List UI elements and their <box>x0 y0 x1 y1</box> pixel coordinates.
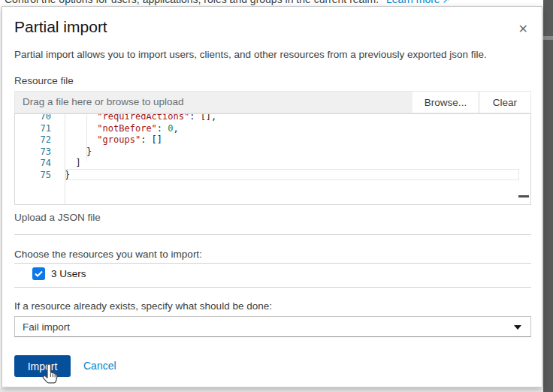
file-drop-input[interactable]: Drag a file here or browse to upload <box>15 92 412 113</box>
mouse-cursor-pointer <box>41 363 59 384</box>
code-line: 74 ] <box>15 158 530 170</box>
editor-cursor-marker <box>518 195 529 198</box>
gutter-border <box>65 114 65 204</box>
browse-button[interactable]: Browse... <box>412 92 479 113</box>
current-line-highlight <box>65 169 519 180</box>
modal-description: Partial import allows you to import user… <box>14 49 487 60</box>
resources-label: Choose the resources you want to import: <box>14 249 202 260</box>
clear-button[interactable]: Clear <box>479 92 530 113</box>
indent-guide <box>86 114 87 161</box>
page-background-bottom <box>0 388 543 392</box>
resource-label: 3 Users <box>51 268 86 279</box>
external-link-icon: ↗ <box>443 0 450 5</box>
resource-file-label: Resource file <box>14 75 74 86</box>
resource-list-bottom-line <box>14 287 531 288</box>
partial-import-modal: Partial import ✕ Partial import allows y… <box>2 6 542 387</box>
page-scrollbar[interactable] <box>543 0 553 392</box>
upload-helper-text: Upload a JSON file <box>14 212 101 223</box>
file-upload-field: Drag a file here or browse to upload Bro… <box>14 91 531 113</box>
code-line: 72 "groups": [] <box>15 134 530 146</box>
resource-row: 3 Users <box>32 267 86 280</box>
scrollbar-notch <box>543 36 553 40</box>
conflict-select[interactable]: Fail import <box>14 316 531 337</box>
modal-title: Partial import <box>14 18 107 36</box>
close-icon[interactable]: ✕ <box>518 23 528 35</box>
conflict-label: If a resource already exists, specify wh… <box>14 300 272 312</box>
code-line: 71 "notBefore": 0, <box>15 123 530 135</box>
code-line: 70 "requiredActions": [], <box>15 113 530 123</box>
learn-more-link[interactable]: Learn more <box>386 0 440 5</box>
screen: Control the options for users, applicati… <box>0 0 553 392</box>
dropdown-caret-icon <box>514 325 521 330</box>
selected-option: Fail import <box>15 321 70 333</box>
background-page-strip: Control the options for users, applicati… <box>0 0 543 5</box>
section-divider <box>14 234 531 235</box>
code-line: 73 } <box>15 146 530 158</box>
check-icon <box>35 270 43 277</box>
json-editor[interactable]: 70 "requiredActions": [],71 "notBefore":… <box>14 113 531 205</box>
background-caption: Control the options for users, applicati… <box>5 0 379 5</box>
users-checkbox[interactable] <box>32 267 45 280</box>
cancel-link[interactable]: Cancel <box>83 360 116 372</box>
resource-list-top-line <box>14 263 531 264</box>
